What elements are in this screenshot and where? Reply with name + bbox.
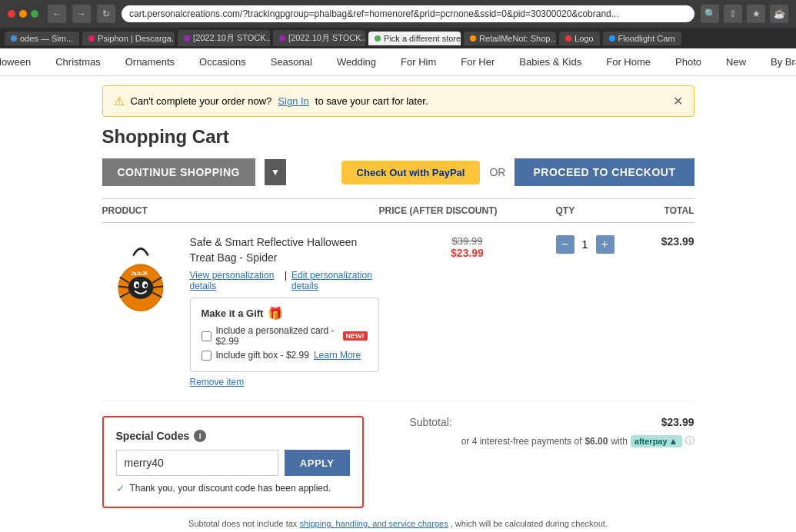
- gift-card-checkbox[interactable]: [201, 331, 211, 341]
- afterpay-logo: afterpay ▲: [631, 435, 682, 447]
- bookmark-icon[interactable]: ★: [747, 5, 765, 23]
- product-image-wrapper: JaJaJK: [102, 235, 179, 312]
- shipping-link[interactable]: shipping, handling, and service charges: [299, 519, 448, 528]
- product-details: Safe & Smart Reflective Halloween Treat …: [190, 235, 379, 387]
- continue-shopping-button[interactable]: CONTINUE SHOPPING: [102, 158, 255, 186]
- qty-value: 1: [578, 238, 593, 251]
- nav-halloween[interactable]: Halloween: [0, 48, 43, 75]
- gift-box-label: Include gift box - $2.99: [216, 350, 309, 361]
- col-header-total: TOTAL: [618, 205, 694, 216]
- gift-box-checkbox[interactable]: [201, 351, 211, 361]
- page-title: Shopping Cart: [102, 126, 694, 148]
- subtotal-value: $23.99: [661, 416, 694, 428]
- nav-for-home[interactable]: For Home: [594, 48, 663, 75]
- site-nav: Halloween Christmas Ornaments Occasions …: [0, 48, 796, 76]
- sign-in-link[interactable]: Sign In: [278, 95, 308, 107]
- main-content: ⚠ Can't complete your order now? Sign In…: [102, 85, 694, 532]
- nav-christmas[interactable]: Christmas: [43, 48, 113, 75]
- nav-by-brand[interactable]: By Brand: [758, 48, 796, 75]
- original-price: $39.99: [379, 235, 556, 247]
- total-cell: $23.99: [618, 235, 694, 248]
- table-header: PRODUCT PRICE (AFTER DISCOUNT) QTY TOTAL: [102, 199, 694, 223]
- tab-psiphon[interactable]: Psiphon | Descarga...: [82, 32, 175, 45]
- qty-decrement-button[interactable]: −: [556, 235, 575, 254]
- qty-increment-button[interactable]: +: [596, 235, 614, 254]
- action-bar-top: CONTINUE SHOPPING ▼ Check Out with PayPa…: [102, 158, 694, 186]
- nav-for-him[interactable]: For Him: [388, 48, 448, 75]
- afterpay-prefix: or 4 interest-free payments of: [461, 436, 582, 447]
- tab-label: [2022.10月 STOCK...: [193, 32, 270, 44]
- info-icon[interactable]: i: [194, 430, 206, 442]
- tab-retailmenot[interactable]: RetailMeNot: Shop...: [464, 32, 556, 45]
- table-row: JaJaJK Safe & Smart Reflective Halloween…: [102, 223, 694, 401]
- afterpay-with: with: [611, 436, 627, 447]
- gift-icon: 🎁: [268, 306, 283, 321]
- nav-occasions[interactable]: Occasions: [187, 48, 258, 75]
- tab-label: [2022.10月 STOCK...: [288, 32, 365, 44]
- tab-pick-store[interactable]: Pick a different store: [368, 32, 461, 45]
- share-icon[interactable]: ⇧: [724, 5, 742, 23]
- alert-icon: ⚠: [114, 94, 125, 108]
- gift-box: Make it a Gift 🎁 Include a personalized …: [190, 298, 379, 372]
- alert-banner: ⚠ Can't complete your order now? Sign In…: [102, 85, 694, 117]
- proceed-to-checkout-button[interactable]: PROCEED TO CHECKOUT: [515, 158, 694, 186]
- nav-babies[interactable]: Babies & Kids: [507, 48, 594, 75]
- nav-new[interactable]: New: [714, 48, 758, 75]
- codes-input[interactable]: [116, 450, 278, 476]
- gift-box-title: Make it a Gift 🎁: [201, 306, 368, 321]
- product-links: View personalization details | Edit pers…: [190, 270, 379, 291]
- codes-input-row: APPLY: [116, 450, 350, 476]
- edit-personalization-link[interactable]: Edit personalization details: [291, 270, 378, 291]
- tab-sim[interactable]: odes — Sim...: [5, 32, 79, 45]
- continue-shopping-dropdown[interactable]: ▼: [265, 159, 286, 185]
- url-bar[interactable]: cart.personalcreations.com/?trackingpgro…: [122, 5, 694, 22]
- new-badge: NEW!: [343, 331, 368, 341]
- tab-floodlight[interactable]: Floodlight Cam: [603, 32, 681, 45]
- success-icon: ✓: [116, 482, 125, 494]
- gift-option-card: Include a personalized card - $2.99 NEW!: [201, 325, 368, 347]
- remove-item-link[interactable]: Remove item: [190, 377, 379, 387]
- qty-cell: − 1 +: [556, 235, 618, 254]
- tab-logo[interactable]: Logo: [559, 32, 599, 45]
- extension-icon[interactable]: ☕: [770, 5, 788, 23]
- nav-ornaments[interactable]: Ornaments: [113, 48, 187, 75]
- search-icon[interactable]: 🔍: [701, 5, 719, 23]
- alert-close-button[interactable]: ✕: [673, 94, 683, 108]
- or-separator: OR: [489, 166, 505, 178]
- nav-photo[interactable]: Photo: [663, 48, 714, 75]
- refresh-button[interactable]: ↻: [97, 5, 115, 23]
- product-image: JaJaJK: [106, 235, 175, 312]
- col-header-price: PRICE (AFTER DISCOUNT): [379, 205, 556, 216]
- afterpay-info-icon[interactable]: ⓘ: [685, 434, 694, 447]
- alert-message-text: Can't complete your order now?: [131, 95, 272, 107]
- tab-label: RetailMeNot: Shop...: [479, 34, 556, 43]
- tax-note: Subtotal does not include tax shipping, …: [102, 517, 694, 532]
- back-button[interactable]: ←: [48, 5, 66, 23]
- forward-button[interactable]: →: [72, 5, 91, 23]
- nav-for-her[interactable]: For Her: [448, 48, 507, 75]
- browser-chrome: ← → ↻ cart.personalcreations.com/?tracki…: [0, 0, 796, 28]
- afterpay-row: or 4 interest-free payments of $6.00 wit…: [410, 434, 694, 447]
- summary-box: Subtotal: $23.99 or 4 interest-free paym…: [410, 416, 694, 447]
- svg-point-6: [144, 284, 147, 288]
- product-table: PRODUCT PRICE (AFTER DISCOUNT) QTY TOTAL: [102, 198, 694, 401]
- tab-stock1[interactable]: [2022.10月 STOCK...: [178, 30, 270, 46]
- tab-label: Logo: [575, 34, 593, 43]
- learn-more-link[interactable]: Learn More: [314, 350, 361, 361]
- success-text: Thank you, your discount code has been a…: [130, 483, 331, 494]
- nav-seasonal[interactable]: Seasonal: [258, 48, 325, 75]
- tab-stock2[interactable]: [2022.10月 STOCK...: [273, 30, 365, 46]
- tabs-bar: odes — Sim... Psiphon | Descarga... [202…: [0, 28, 796, 48]
- nav-wedding[interactable]: Wedding: [325, 48, 388, 75]
- paypal-checkout-button[interactable]: Check Out with PayPal: [341, 161, 481, 185]
- sale-price: $23.99: [379, 247, 556, 259]
- svg-text:JaJaJK: JaJaJK: [131, 271, 148, 276]
- tab-label: Psiphon | Descarga...: [98, 34, 175, 43]
- gift-option-box: Include gift box - $2.99 Learn More: [201, 350, 368, 361]
- product-name: Safe & Smart Reflective Halloween Treat …: [190, 235, 379, 265]
- special-codes-section: Special Codes i APPLY ✓ Thank you, your …: [102, 416, 694, 508]
- gift-title-text: Make it a Gift: [201, 308, 264, 319]
- view-personalization-link[interactable]: View personalization details: [190, 270, 280, 291]
- tax-note-prefix: Subtotal does not include tax: [188, 519, 297, 528]
- apply-button[interactable]: APPLY: [285, 450, 350, 476]
